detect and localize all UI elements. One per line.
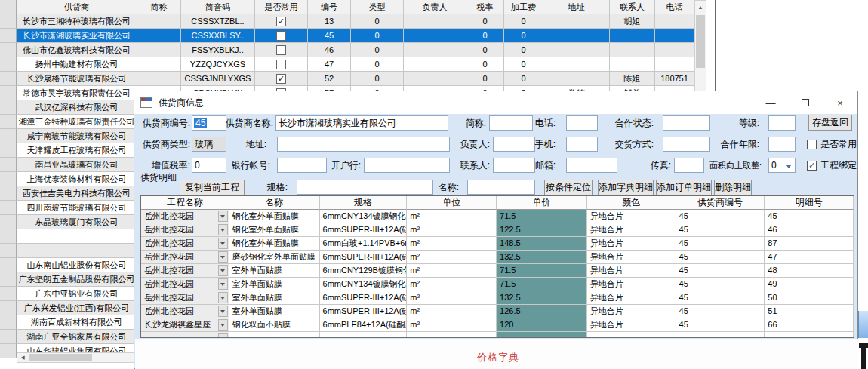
add-dict-detail-button[interactable]: 添加字典明细 xyxy=(598,180,654,195)
color-cell[interactable]: 异地合片 xyxy=(587,291,676,305)
grade-field[interactable] xyxy=(768,115,796,131)
supplier-id-cell[interactable]: 45 xyxy=(676,210,765,223)
supplier-name-cell[interactable]: 常德市昊宇玻璃有限责任公司 xyxy=(17,86,137,100)
detail-column-header[interactable]: 颜色 xyxy=(587,196,676,210)
project-cell[interactable]: 岳州北控花园 xyxy=(141,264,229,278)
name-cell[interactable]: 钢化室外单面贴膜 xyxy=(229,223,320,237)
supplier-id-cell[interactable]: 45 xyxy=(676,291,765,305)
supplier-id-cell[interactable]: 45 xyxy=(676,251,765,264)
column-header[interactable]: 供货商 xyxy=(17,0,137,14)
is-common-checkbox[interactable] xyxy=(807,140,817,149)
column-header[interactable]: 简音码 xyxy=(181,0,255,14)
supplier-name-cell[interactable]: 湖南广亚全铝家居有限公司 xyxy=(17,330,137,344)
abbr-field[interactable] xyxy=(489,115,533,131)
column-header[interactable]: 负责人 xyxy=(404,0,466,14)
supplier-name-cell[interactable]: 山东南山铝业股份有限公司 xyxy=(17,258,137,272)
detail-id-cell[interactable]: 51 xyxy=(765,305,854,318)
fee-cell[interactable]: 0 xyxy=(504,57,543,72)
addr-cell[interactable] xyxy=(543,43,610,57)
manager-field[interactable] xyxy=(493,137,535,152)
table-row[interactable]: 长沙市三湘特种玻璃有限公司CSSSXTZBL..✓13000胡姐 xyxy=(0,14,694,29)
coop-years-field[interactable] xyxy=(768,137,796,152)
checkbox-icon[interactable] xyxy=(276,45,286,55)
phone-field[interactable] xyxy=(566,115,598,131)
table-row[interactable]: 扬州中勤建材有限公司YZZQJCYXGS47000 xyxy=(0,57,694,72)
color-cell[interactable]: 异地合片 xyxy=(587,210,676,223)
unit-cell[interactable]: m² xyxy=(407,318,497,332)
contact-cell[interactable] xyxy=(610,43,655,57)
project-cell[interactable]: 岳州北控花园 xyxy=(141,223,229,237)
address-field[interactable] xyxy=(277,137,450,152)
supplier-name-cell[interactable]: 佛山市亿鑫玻璃科技有限公司 xyxy=(17,43,137,57)
table-row[interactable]: 长沙晟格节能玻璃有限公司CSSGJNBLYXGS✓52000陈姐180751 xyxy=(0,72,694,86)
supplier-name-field[interactable] xyxy=(275,115,448,131)
detail-id-cell[interactable]: 45 xyxy=(765,210,854,223)
detail-id-cell[interactable]: 47 xyxy=(765,251,854,264)
addr-cell[interactable] xyxy=(543,57,610,72)
type-cell[interactable]: 0 xyxy=(351,57,404,72)
id-cell[interactable]: 45 xyxy=(308,29,351,43)
color-cell[interactable]: 异地合片 xyxy=(587,305,676,318)
unit-cell[interactable]: m² xyxy=(407,223,497,237)
supplier-name-cell[interactable]: 咸宁南玻节能玻璃有限公司 xyxy=(17,129,137,143)
name-cell[interactable]: 钢化室外单面贴膜 xyxy=(229,237,320,251)
addr-cell[interactable] xyxy=(543,29,610,43)
email-field[interactable] xyxy=(566,158,617,173)
fee-cell[interactable]: 0 xyxy=(504,14,543,29)
detail-id-cell[interactable]: 50 xyxy=(765,291,854,305)
contact-field[interactable] xyxy=(493,158,535,173)
type-cell[interactable]: 0 xyxy=(351,14,404,29)
name-cell[interactable]: 钢化室外单面贴膜 xyxy=(229,210,320,223)
dialog-titlebar[interactable]: 供货商信息 — × xyxy=(134,91,857,114)
detail-column-header[interactable]: 名称 xyxy=(229,196,320,210)
name-cell[interactable]: 钢化双面不贴膜 xyxy=(229,318,320,332)
abbr-cell[interactable] xyxy=(137,72,181,86)
common-checkbox-cell[interactable]: ✓ xyxy=(255,72,308,86)
color-cell[interactable]: 异地合片 xyxy=(587,223,676,237)
type-cell[interactable]: 0 xyxy=(351,29,404,43)
detail-new-row[interactable] xyxy=(141,332,854,338)
detail-row[interactable]: 岳州北控花园室外单面贴膜6mmCNY134镀膜钢化m²71.5异地合片4549 xyxy=(141,278,854,291)
name-cell[interactable] xyxy=(229,332,320,338)
combo-dropdown-icon[interactable] xyxy=(218,292,228,303)
detail-row[interactable]: 岳州北控花园钢化室外单面贴膜6mmSUPER-III+12A(硅...m²122… xyxy=(141,223,854,237)
spec-filter-input[interactable] xyxy=(297,180,433,195)
fee-cell[interactable]: 0 xyxy=(504,72,543,86)
delivery-mode-field[interactable] xyxy=(663,137,710,152)
code-cell[interactable]: YZZQJCYXGS xyxy=(181,57,255,72)
supplier-id-cell[interactable]: 45 xyxy=(676,318,765,332)
detail-column-header[interactable]: 供货商编号 xyxy=(676,196,765,210)
phone-cell[interactable] xyxy=(655,14,694,29)
name-cell[interactable]: 室外单面贴膜 xyxy=(229,278,320,291)
unit-cell[interactable]: m² xyxy=(407,264,497,278)
unit-cell[interactable] xyxy=(407,332,497,338)
minimize-button[interactable]: — xyxy=(753,91,788,114)
maximize-button[interactable] xyxy=(788,91,823,114)
contact-cell[interactable]: 陈姐 xyxy=(610,72,655,86)
code-cell[interactable]: FSSYXBLKJ.. xyxy=(181,43,255,57)
manager-cell[interactable] xyxy=(404,14,466,29)
type-cell[interactable]: 0 xyxy=(351,72,404,86)
project-cell[interactable] xyxy=(141,332,229,338)
common-checkbox-cell[interactable]: ✓ xyxy=(255,14,308,29)
manager-cell[interactable] xyxy=(404,29,466,43)
combo-dropdown-icon[interactable] xyxy=(218,251,228,263)
supplier-id-cell[interactable]: 45 xyxy=(676,278,765,291)
column-header[interactable]: 是否常用 xyxy=(255,0,308,14)
manager-cell[interactable] xyxy=(404,72,466,86)
supplier-name-cell[interactable] xyxy=(17,244,137,258)
detail-row[interactable]: 岳州北控花园室外单面贴膜6mmSUPER-III+12A(硅...m²132.5… xyxy=(141,291,854,305)
detail-id-cell[interactable] xyxy=(765,332,854,338)
color-cell[interactable] xyxy=(587,332,676,338)
combo-dropdown-icon[interactable] xyxy=(218,224,228,235)
spec-cell[interactable]: 6mmCNY134镀膜钢化 xyxy=(320,278,408,291)
supplier-name-cell[interactable] xyxy=(17,229,137,244)
addr-cell[interactable] xyxy=(543,14,610,29)
id-cell[interactable]: 52 xyxy=(308,72,351,86)
detail-id-cell[interactable]: 49 xyxy=(765,278,854,291)
tax-cell[interactable]: 0 xyxy=(466,43,504,57)
checkbox-icon[interactable] xyxy=(276,60,286,69)
spec-cell[interactable]: 6mm白玻+1.14PVB+6mm... xyxy=(320,237,408,251)
spec-cell[interactable]: 6mmCNY134镀膜钢化 xyxy=(320,210,408,223)
common-checkbox-cell[interactable] xyxy=(255,57,308,72)
